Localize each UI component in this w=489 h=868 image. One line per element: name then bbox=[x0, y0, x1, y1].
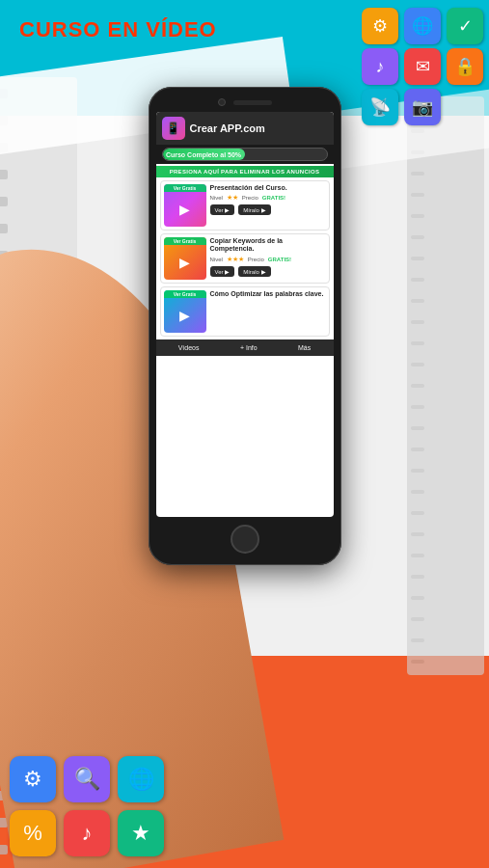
film-hole bbox=[411, 278, 424, 282]
progress-bar: Curso Completo al 50% bbox=[162, 148, 328, 161]
play-icon-3: ▶ bbox=[179, 308, 190, 323]
bottom-icon-settings: ⚙ bbox=[10, 756, 56, 802]
phone-mockup: 📱 Crear APP.com Curso Completo al 50% PR… bbox=[149, 87, 341, 565]
progress-fill: Curso Completo al 50% bbox=[163, 149, 245, 160]
film-hole bbox=[0, 845, 8, 854]
course-meta-1: Nivel ★★ Precio GRATIS! bbox=[210, 194, 326, 202]
film-hole bbox=[411, 490, 424, 494]
page-title: CURSO EN VÍDEO bbox=[19, 17, 217, 41]
ver-gratis-badge-2: Ver Gratis bbox=[164, 237, 206, 245]
film-hole bbox=[411, 469, 424, 473]
bottom-icons-grid: ⚙ 🔍 🌐 % ♪ ★ bbox=[10, 756, 166, 858]
film-hole bbox=[0, 170, 8, 179]
film-hole bbox=[0, 197, 8, 206]
app-icon-globe: 🌐 bbox=[404, 8, 441, 44]
ver-button-1[interactable]: Ver ▶ bbox=[210, 204, 235, 215]
precio-label-1: Precio bbox=[242, 195, 258, 201]
film-hole bbox=[411, 532, 424, 536]
precio-label-2: Precio bbox=[248, 257, 264, 262]
film-hole bbox=[411, 320, 424, 324]
camera-icon bbox=[218, 98, 226, 106]
course-row-2: Ver Gratis ▶ Copiar Keywords de la Compe… bbox=[161, 234, 329, 283]
app-logo: 📱 bbox=[162, 117, 185, 140]
film-hole bbox=[411, 405, 424, 409]
course-title-2: Copiar Keywords de la Competencia. bbox=[210, 237, 326, 254]
film-hole bbox=[411, 363, 424, 366]
film-hole bbox=[411, 384, 424, 388]
app-title: Crear APP.com bbox=[190, 122, 265, 134]
nivel-label-1: Nivel bbox=[210, 195, 223, 201]
app-icon-lock: 🔒 bbox=[447, 48, 483, 85]
screen-header: 📱 Crear APP.com bbox=[156, 112, 334, 145]
course-item-1: Ver Gratis ▶ Presentación del Curso. Niv… bbox=[160, 180, 330, 231]
film-hole bbox=[411, 299, 424, 303]
info-tab[interactable]: + Info bbox=[237, 343, 260, 352]
film-hole bbox=[411, 638, 424, 642]
course-row-3: Ver Gratis ▶ Cómo Optimizar las palabras… bbox=[161, 287, 329, 336]
course-thumb-1: Ver Gratis ▶ bbox=[164, 184, 206, 227]
speaker bbox=[233, 100, 272, 105]
bottom-icon-search: 🔍 bbox=[64, 756, 110, 802]
phone-body: 📱 Crear APP.com Curso Completo al 50% PR… bbox=[149, 87, 341, 565]
course-title-1: Presentación del Curso. bbox=[210, 184, 326, 192]
film-hole bbox=[411, 448, 424, 451]
film-hole bbox=[411, 575, 424, 579]
bottom-icon-music: ♪ bbox=[64, 810, 110, 856]
play-icon-1: ▶ bbox=[179, 202, 190, 217]
screen-footer: Vídeos + Info Más bbox=[156, 339, 334, 356]
phone-screen: 📱 Crear APP.com Curso Completo al 50% PR… bbox=[156, 112, 334, 517]
app-icons-grid: ⚙ 🌐 ✓ ♪ ✉ 🔒 📡 📷 bbox=[354, 0, 489, 154]
course-thumb-2: Ver Gratis ▶ bbox=[164, 237, 206, 280]
ver-gratis-badge-3: Ver Gratis bbox=[164, 290, 206, 298]
film-hole bbox=[411, 172, 424, 176]
remove-ads-button[interactable]: PRESIONA AQUÍ PARA ELIMINAR LOS ANUNCIOS bbox=[156, 166, 334, 177]
course-buttons-2: Ver ▶ Míralo ▶ bbox=[210, 266, 326, 277]
film-hole bbox=[411, 660, 424, 664]
film-hole bbox=[0, 224, 8, 233]
film-hole bbox=[411, 214, 424, 218]
film-hole bbox=[411, 511, 424, 515]
film-hole bbox=[411, 596, 424, 600]
stars-2: ★★★ bbox=[227, 256, 244, 263]
ver-gratis-badge-1: Ver Gratis bbox=[164, 184, 206, 192]
progress-label: Curso Completo al 50% bbox=[166, 151, 241, 158]
film-hole bbox=[411, 341, 424, 345]
miralo-button-2[interactable]: Míralo ▶ bbox=[238, 266, 270, 277]
course-row-1: Ver Gratis ▶ Presentación del Curso. Niv… bbox=[161, 181, 329, 230]
phone-top-bar bbox=[156, 98, 334, 106]
videos-tab[interactable]: Vídeos bbox=[176, 343, 203, 352]
course-item-2: Ver Gratis ▶ Copiar Keywords de la Compe… bbox=[160, 233, 330, 284]
course-buttons-1: Ver ▶ Míralo ▶ bbox=[210, 204, 326, 215]
app-icon-check: ✓ bbox=[447, 8, 483, 44]
app-icon-camera: 📷 bbox=[404, 89, 441, 125]
film-hole bbox=[411, 235, 424, 239]
gratis-badge-2: GRATIS! bbox=[268, 257, 291, 262]
app-icon-settings: ⚙ bbox=[362, 8, 398, 44]
gratis-badge-1: GRATIS! bbox=[262, 195, 285, 201]
nivel-label-2: Nivel bbox=[210, 257, 223, 262]
bottom-icon-globe: 🌐 bbox=[118, 756, 164, 802]
film-hole bbox=[411, 193, 424, 197]
course-thumb-3: Ver Gratis ▶ bbox=[164, 290, 206, 333]
ver-button-2[interactable]: Ver ▶ bbox=[210, 266, 235, 277]
course-info-2: Copiar Keywords de la Competencia. Nivel… bbox=[210, 237, 326, 277]
film-hole bbox=[411, 554, 424, 557]
play-icon-2: ▶ bbox=[179, 255, 190, 270]
film-hole bbox=[411, 257, 424, 260]
progress-section: Curso Completo al 50% bbox=[156, 145, 334, 164]
mas-tab[interactable]: Más bbox=[295, 343, 313, 352]
bottom-icon-star: ★ bbox=[118, 810, 164, 856]
app-icon-music: ♪ bbox=[362, 48, 398, 85]
course-meta-2: Nivel ★★★ Precio GRATIS! bbox=[210, 256, 326, 263]
course-title-3: Cómo Optimizar las palabras clave. bbox=[210, 290, 326, 298]
filmstrip-right bbox=[407, 96, 489, 675]
app-icon-mail: ✉ bbox=[404, 48, 441, 85]
app-icon-rss: 📡 bbox=[362, 89, 398, 125]
film-hole bbox=[411, 426, 424, 430]
miralo-button-1[interactable]: Míralo ▶ bbox=[238, 204, 270, 215]
home-button[interactable] bbox=[231, 525, 259, 554]
bottom-icon-percent: % bbox=[10, 810, 56, 856]
course-info-1: Presentación del Curso. Nivel ★★ Precio … bbox=[210, 184, 326, 215]
course-item-3: Ver Gratis ▶ Cómo Optimizar las palabras… bbox=[160, 286, 330, 337]
phone-bottom bbox=[156, 525, 334, 554]
